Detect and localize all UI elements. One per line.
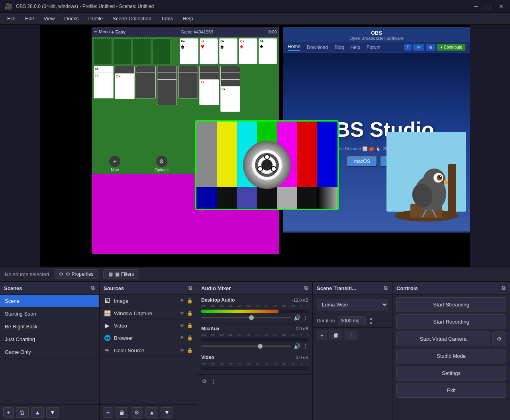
scenes-add-button[interactable]: + [3,407,14,418]
source-item-color-source[interactable]: ✏ Color Source 👁 🔒 [100,344,197,357]
source-item-image[interactable]: 🖼 Image 👁 🔒 [100,295,197,307]
audio-title: Audio Mixer [201,285,231,291]
video-source-name: Video [114,323,177,329]
obs-nav-help[interactable]: Help [350,45,360,50]
menu-docks[interactable]: Docks [60,14,82,23]
video-visibility-icon[interactable]: 👁 [180,323,184,328]
menu-scene-collection[interactable]: Scene Collection [108,14,155,23]
source-item-browser[interactable]: 🌐 Browser 👁 🔒 [100,332,197,344]
window-capture-lock-icon[interactable]: 🔒 [187,310,193,316]
micaux-audio-mute-icon[interactable]: 🔊 [294,343,300,349]
menu-edit[interactable]: Edit [21,14,38,23]
controls-undock-icon[interactable]: ⧉ [501,284,506,292]
transitions-undock-icon[interactable]: ⧉ [383,284,388,292]
sol-options-btn[interactable]: ⚙ Options [155,156,168,172]
image-visibility-icon[interactable]: 👁 [180,298,184,304]
color-source-visibility-icon[interactable]: 👁 [180,347,184,353]
transitions-add-button[interactable]: + [317,330,327,340]
sources-undock-icon[interactable]: ⧉ [188,284,193,292]
scene-item-scene[interactable]: Scene [0,295,99,308]
obs-nav-download[interactable]: Download [307,45,328,50]
micaux-audio-fader[interactable] [201,345,291,347]
video-lock-icon[interactable]: 🔒 [187,323,193,328]
desktop-audio-mute-icon[interactable]: 🔊 [294,314,300,321]
transition-select[interactable]: Luma Wipe Fade Cut Stinger Slide Swipe [317,299,388,310]
transitions-title: Scene Transiti... [317,285,356,291]
app-icon: 🎥 [5,2,13,10]
properties-button[interactable]: ⚙ ⚙ Properties [54,269,98,279]
micaux-audio-menu-icon[interactable]: ⋮ [303,343,308,349]
obs-nav-home[interactable]: Home [288,44,300,51]
menu-view[interactable]: View [39,14,59,23]
virtual-camera-settings-icon[interactable]: ⚙ [492,332,506,346]
audio-settings-icon[interactable]: ⚙ [201,377,208,385]
card-back [136,73,156,98]
color-source-controls: 👁 🔒 [180,347,193,353]
sources-settings-button[interactable]: ⚙ [131,407,143,418]
studio-mode-button[interactable]: Studio Mode [396,349,506,363]
filters-button[interactable]: ▦ ▦ Filters [103,269,139,279]
image-source-controls: 👁 🔒 [180,298,193,304]
menu-file[interactable]: File [3,14,20,23]
card-back [157,79,177,105]
desktop-audio-menu-icon[interactable]: ⋮ [303,314,308,321]
scene-item-starting-soon[interactable]: Starting Soon [0,308,99,320]
sources-add-button[interactable]: + [103,407,113,418]
scene-item-be-right-back[interactable]: Be Right Back [0,320,99,333]
audio-menu-icon[interactable]: ⋮ [210,377,217,385]
obs-macos-btn[interactable]: macOS [347,156,377,167]
browser-lock-icon[interactable]: 🔒 [187,335,193,341]
scenes-down-button[interactable]: ▼ [46,407,59,418]
scenes-panel: Scenes ⧉ Scene Starting Soon Be Right Ba… [0,282,100,420]
duration-input[interactable] [338,316,366,325]
color-source-lock-icon[interactable]: 🔒 [187,347,193,353]
desktop-audio-meter [201,310,308,313]
start-streaming-button[interactable]: Start Streaming [396,297,506,312]
sol-new-btn[interactable]: + New [109,156,120,172]
source-item-video[interactable]: ▶ Video 👁 🔒 [100,320,197,332]
obs-contribute-btn[interactable]: ♥ Contribute [437,44,465,51]
micaux-audio-header: Mic/Aux 0.0 dB [201,326,308,332]
scenes-up-button[interactable]: ▲ [31,407,44,418]
start-recording-button[interactable]: Start Recording [396,314,506,329]
duration-spinners: ▲ ▼ [369,316,373,326]
sources-delete-button[interactable]: 🗑 [116,407,128,418]
exit-button[interactable]: Exit [396,383,506,398]
scenes-delete-button[interactable]: 🗑 [16,407,29,418]
transitions-delete-button[interactable]: 🗑 [330,330,342,340]
scene-item-just-chatting[interactable]: Just Chatting [0,333,99,346]
desktop-audio-fader-thumb[interactable] [249,315,254,320]
transitions-menu-button[interactable]: ⋮ [345,330,357,340]
menu-help[interactable]: Help [178,14,197,23]
playing-card: A♥ [199,79,219,105]
obs-nav-forum[interactable]: Forum [367,45,381,50]
micaux-audio-name: Mic/Aux [201,326,220,332]
duration-up-icon[interactable]: ▲ [369,316,373,320]
window-capture-visibility-icon[interactable]: 👁 [180,310,184,316]
sources-up-button[interactable]: ▲ [145,407,158,418]
desktop-audio-fader[interactable] [201,317,291,318]
maximize-button[interactable]: □ [484,3,492,10]
scenes-undock-icon[interactable]: ⧉ [90,284,95,292]
titlebar-controls[interactable]: ─ □ ✕ [472,3,505,10]
duration-down-icon[interactable]: ▼ [369,321,373,326]
browser-visibility-icon[interactable]: 👁 [180,335,184,341]
video-audio-meter [201,367,308,370]
sources-down-button[interactable]: ▼ [161,407,173,418]
obs-twitter-btn[interactable]: 🐦 [413,44,424,51]
minimize-button[interactable]: ─ [472,3,480,10]
obs-github-btn[interactable]: ⊕ [426,44,435,51]
menu-profile[interactable]: Profile [84,14,107,23]
start-virtual-camera-button[interactable]: Start Virtual Camera [396,332,490,346]
settings-button[interactable]: Settings [396,366,506,381]
menu-tools[interactable]: Tools [157,14,177,23]
image-lock-icon[interactable]: 🔒 [187,298,193,304]
scene-item-game-only[interactable]: Game Only [0,346,99,359]
source-item-window-capture[interactable]: 🪟 Window Capture 👁 🔒 [100,307,197,320]
obs-nav-blog[interactable]: Blog [334,45,344,50]
audio-undock-icon[interactable]: ⧉ [303,284,308,292]
virtual-camera-row: Start Virtual Camera ⚙ [396,332,506,346]
micaux-audio-fader-thumb[interactable] [258,344,263,349]
close-button[interactable]: ✕ [497,3,505,10]
obs-facebook-btn[interactable]: f [404,44,412,51]
